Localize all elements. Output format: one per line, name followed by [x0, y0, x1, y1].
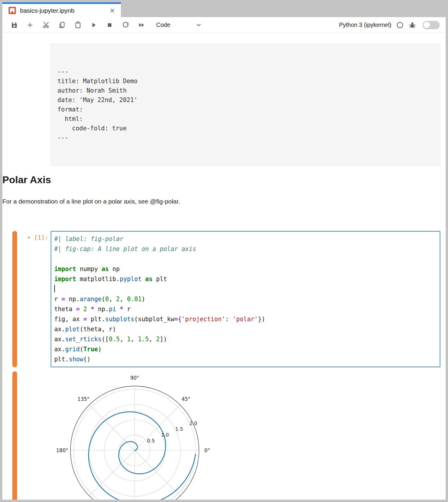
tab-bar: basics-jupyter.ipynb	[2, 2, 446, 17]
raw-cell-text: ---title: Matplotlib Demoauthor: Norah S…	[57, 67, 434, 142]
notebook-content: ---title: Matplotlib Demoauthor: Norah S…	[2, 33, 446, 500]
plus-icon	[27, 22, 34, 29]
svg-text:45°: 45°	[182, 396, 190, 402]
run-all-button[interactable]	[136, 19, 147, 31]
svg-text:90°: 90°	[130, 375, 139, 381]
debugger-bug-icon[interactable]	[409, 21, 416, 29]
tab-basics-jupyter[interactable]: basics-jupyter.ipynb	[2, 2, 121, 17]
svg-text:225°: 225°	[78, 499, 90, 500]
simple-mode-toggle[interactable]	[423, 21, 440, 29]
svg-text:0°: 0°	[204, 447, 210, 453]
fast-forward-icon	[138, 21, 145, 29]
clipboard-icon	[74, 21, 82, 29]
kernel-name[interactable]: Python 3 (ipykernel)	[339, 22, 391, 28]
code-cell-row: • [1]: #| label: fig-polar#| fig-cap: A …	[2, 231, 446, 367]
page-title: Polar Axis	[2, 174, 446, 186]
markdown-paragraph: For a demonstration of a line plot on a …	[2, 198, 446, 205]
play-icon	[90, 22, 97, 29]
output-collapser[interactable]	[12, 371, 17, 500]
svg-text:315°: 315°	[180, 499, 192, 500]
window-frame: basics-jupyter.ipynb	[0, 0, 448, 502]
svg-text:0.5: 0.5	[147, 438, 155, 444]
svg-text:135°: 135°	[78, 396, 90, 402]
cell-type-label: Code	[156, 22, 170, 28]
svg-text:1.0: 1.0	[161, 432, 169, 438]
jupyterlab-window: basics-jupyter.ipynb	[2, 2, 446, 500]
output-row: 0°45°90°135°180°225°270°315°0.51.01.52.0	[2, 371, 446, 500]
notebook-toolbar: Code Python 3 (ipykernel)	[2, 17, 446, 33]
chevron-down-icon	[196, 23, 201, 27]
polar-chart: 0°45°90°135°180°225°270°315°0.51.01.52.0	[51, 371, 222, 500]
restart-kernel-button[interactable]	[120, 19, 131, 31]
svg-text:2.0: 2.0	[190, 421, 197, 426]
scissors-icon	[42, 21, 50, 29]
toolbar-right: Python 3 (ipykernel)	[339, 21, 440, 29]
copy-cells-button[interactable]	[56, 19, 68, 31]
svg-text:1.5: 1.5	[175, 426, 183, 432]
cell-output: 0°45°90°135°180°225°270°315°0.51.01.52.0	[51, 371, 440, 500]
add-cell-button[interactable]	[24, 19, 36, 31]
run-button[interactable]	[88, 19, 100, 31]
copy-icon	[58, 21, 66, 29]
output-prompt	[17, 371, 51, 374]
kernel-status-icon	[396, 21, 404, 29]
code-editor[interactable]: #| label: fig-polar#| fig-cap: A line pl…	[51, 231, 440, 367]
notebook-icon	[8, 6, 16, 14]
execution-count: • [1]:	[17, 231, 51, 367]
raw-cell[interactable]: ---title: Matplotlib Demoauthor: Norah S…	[51, 44, 440, 166]
toggle-knob	[424, 22, 430, 28]
tab-title: basics-jupyter.ipynb	[20, 7, 74, 14]
cell-collapser[interactable]	[12, 231, 17, 367]
svg-text:180°: 180°	[56, 447, 68, 453]
cut-cells-button[interactable]	[40, 19, 52, 31]
stop-button[interactable]	[104, 19, 116, 31]
code-editor-lines: #| label: fig-polar#| fig-cap: A line pl…	[54, 234, 437, 364]
save-button[interactable]	[8, 19, 20, 31]
restart-icon	[122, 21, 129, 29]
paste-cells-button[interactable]	[72, 19, 84, 31]
cell-type-dropdown[interactable]: Code	[156, 22, 201, 28]
save-icon	[11, 21, 18, 29]
close-icon[interactable]	[108, 6, 117, 15]
stop-icon	[106, 22, 113, 29]
